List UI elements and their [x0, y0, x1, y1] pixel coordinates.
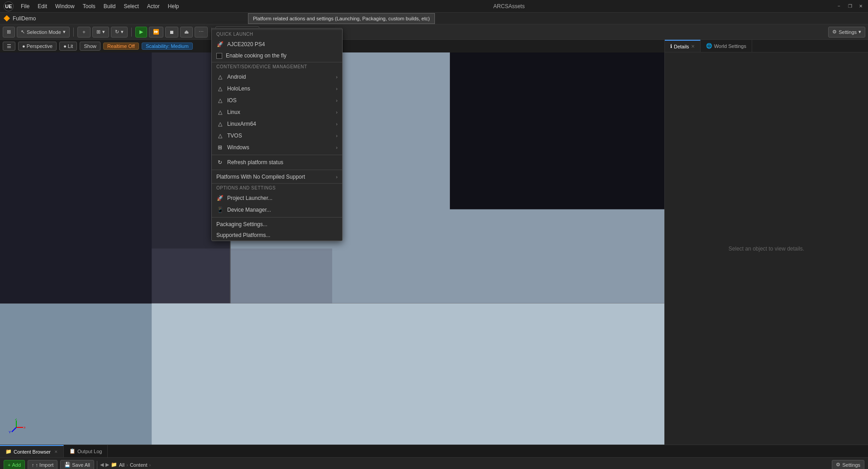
stop-button[interactable]: ⏹	[165, 27, 178, 38]
perspective-icon: ●	[22, 43, 25, 49]
tvos-item[interactable]: △ TVOS ›	[212, 130, 342, 142]
dropdown-divider-2	[212, 170, 342, 170]
menu-actor[interactable]: Actor	[143, 2, 163, 10]
path-content[interactable]: Content	[130, 462, 148, 468]
save-all-button[interactable]: 💾 Save All	[60, 460, 94, 469]
linuxarm64-arrow: ›	[336, 121, 338, 127]
menu-edit[interactable]: Edit	[34, 2, 51, 10]
device-manager-item[interactable]: 📱 Device Manager...	[212, 204, 342, 216]
linux-item[interactable]: △ Linux ›	[212, 106, 342, 118]
toolbar-sep-2	[131, 28, 132, 37]
lit-button[interactable]: ● Lit	[59, 42, 77, 51]
lit-label: Lit	[68, 43, 73, 49]
restore-button[interactable]: ❐	[846, 3, 854, 10]
add-actor-button[interactable]: ＋	[77, 27, 91, 38]
path-all[interactable]: All	[119, 462, 124, 468]
enable-cooking-item[interactable]: Enable cooking on the fly	[212, 50, 342, 61]
import-icon: ↑	[32, 462, 34, 468]
android-icon: △	[216, 73, 224, 81]
project-icon	[4, 15, 10, 22]
import-button[interactable]: ↑ ↑ Import	[28, 460, 57, 469]
show-button[interactable]: Show	[80, 42, 100, 51]
platforms-no-support-item[interactable]: Platforms With No Compiled Support ›	[212, 171, 342, 182]
windows-label: Windows	[227, 144, 249, 151]
content-browser-tab[interactable]: 📁 Content Browser ✕	[0, 445, 64, 457]
close-button[interactable]: ✕	[857, 3, 864, 10]
transform-tools[interactable]: ⊞	[3, 27, 15, 38]
play-button[interactable]: ▶	[135, 27, 147, 38]
platforms-dropdown: Platform related actions and settings (L…	[211, 28, 343, 241]
windows-item[interactable]: ⊞ Windows ›	[212, 142, 342, 153]
hololens-arrow: ›	[336, 86, 338, 91]
perspective-button[interactable]: ● Perspective	[18, 42, 57, 51]
import-label: ↑ Import	[36, 462, 54, 468]
world-settings-tab[interactable]: 🌐 World Settings	[701, 40, 752, 52]
add-icon: +	[8, 462, 10, 468]
details-tab[interactable]: ℹ Details ✕	[665, 40, 701, 52]
main-toolbar: ⊞ ↖ Selection Mode ▾ ＋ ⊞ ▾ ↻ ▾ ▶ ⏩ ⏹ ⏏ ⋯…	[0, 24, 868, 40]
hamburger-menu[interactable]: ☰	[3, 42, 15, 51]
rotation-icon: ↻	[115, 29, 119, 35]
menu-build[interactable]: Build	[100, 2, 119, 10]
refresh-status-item[interactable]: ↻ Refresh platform status	[212, 156, 342, 168]
cooking-checkbox	[216, 53, 222, 59]
window-controls: − ❐ ✕	[835, 3, 864, 10]
cb-settings-button[interactable]: ⚙ Settings	[832, 460, 864, 469]
menu-help[interactable]: Help	[164, 2, 183, 10]
more-icon: ⋯	[199, 29, 204, 35]
nav-forward-icon[interactable]: ▶	[105, 462, 109, 468]
title-bar-left: UE File Edit Window Tools Build Select A…	[4, 1, 182, 11]
packaging-settings-item[interactable]: Packaging Settings...	[212, 219, 342, 230]
eject-button[interactable]: ⏏	[180, 27, 193, 38]
linuxarm64-item[interactable]: △ LinuxArm64 ›	[212, 118, 342, 130]
platforms-no-support-label: Platforms With No Compiled Support	[216, 174, 305, 180]
selection-mode-chevron: ▾	[63, 29, 66, 35]
settings-chevron: ▾	[858, 29, 861, 35]
recent-platform-item[interactable]: 🚀 AJCE2020 PS4	[212, 38, 342, 50]
hololens-item[interactable]: △ HoloLens ›	[212, 83, 342, 95]
add-button[interactable]: + Add	[4, 460, 25, 469]
menu-window[interactable]: Window	[52, 2, 78, 10]
perspective-label: Perspective	[27, 43, 52, 49]
bottom-tabs: 📁 Content Browser ✕ 📋 Output Log	[0, 445, 868, 458]
ios-icon: △	[216, 97, 224, 104]
settings-icon: ⚙	[832, 29, 837, 35]
nav-back-icon[interactable]: ◀	[100, 462, 104, 468]
more-options-button[interactable]: ⋯	[195, 27, 208, 38]
selection-mode-label: Selection Mode	[27, 29, 61, 35]
ios-item[interactable]: △ IOS ›	[212, 95, 342, 106]
menu-tools[interactable]: Tools	[79, 2, 99, 10]
details-tab-close[interactable]: ✕	[691, 44, 695, 49]
menu-select[interactable]: Select	[120, 2, 142, 10]
realtime-button[interactable]: Realtime Off	[103, 43, 139, 50]
settings-button[interactable]: ⚙ Settings ▾	[828, 27, 865, 38]
minimize-button[interactable]: −	[835, 3, 843, 10]
output-log-icon: 📋	[69, 448, 76, 454]
tvos-label: TVOS	[227, 133, 242, 139]
step-button[interactable]: ⏩	[149, 27, 163, 38]
project-launcher-item[interactable]: 🚀 Project Launcher...	[212, 192, 342, 204]
rotation-chevron: ▾	[121, 29, 124, 35]
details-content: Select an object to view details.	[665, 52, 868, 445]
selection-mode-button[interactable]: ↖ Selection Mode ▾	[17, 27, 70, 38]
path-arrow-2: ›	[149, 462, 151, 468]
windows-arrow: ›	[336, 145, 338, 150]
linuxarm64-icon: △	[216, 120, 224, 128]
output-log-tab[interactable]: 📋 Output Log	[64, 445, 108, 457]
tvos-icon: △	[216, 132, 224, 139]
dropdown-divider-3	[212, 217, 342, 218]
svg-marker-7	[0, 52, 152, 303]
menu-file[interactable]: File	[17, 2, 33, 10]
rotation-snap-button[interactable]: ↻ ▾	[111, 27, 128, 38]
menu-bar: File Edit Window Tools Build Select Acto…	[17, 2, 182, 10]
content-browser-label: Content Browser	[14, 449, 51, 455]
dropdown-divider-1	[212, 155, 342, 155]
android-item[interactable]: △ Android ›	[212, 71, 342, 83]
scalability-button[interactable]: Scalability: Medium	[142, 43, 193, 50]
launcher-icon: 🚀	[216, 194, 224, 202]
grid-snap-button[interactable]: ⊞ ▾	[92, 27, 109, 38]
supported-platforms-item[interactable]: Supported Platforms...	[212, 230, 342, 241]
hololens-icon: △	[216, 85, 224, 92]
content-browser-close[interactable]: ✕	[54, 450, 58, 454]
android-arrow: ›	[336, 74, 338, 80]
